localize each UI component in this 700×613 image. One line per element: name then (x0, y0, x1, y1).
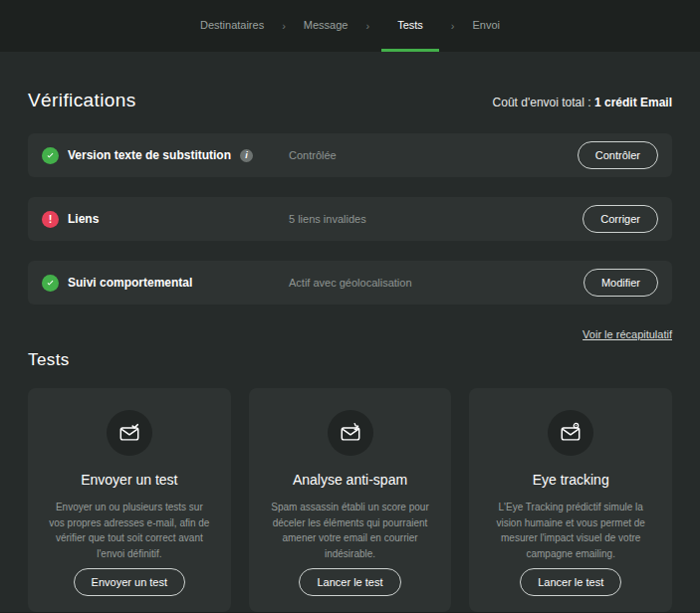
tests-title: Tests (28, 350, 672, 370)
check-circle-icon (42, 275, 59, 292)
envelope-check-icon (107, 410, 152, 456)
verification-label: Version texte de substitution (68, 148, 231, 162)
card-description: L'Eye Tracking prédictif simule la visio… (485, 500, 656, 561)
verification-status: 5 liens invalides (289, 213, 583, 225)
verification-label: Suivi comportemental (68, 276, 192, 290)
info-icon[interactable]: i (240, 149, 253, 162)
card-anti-spam: Analyse anti-spam Spam assassin établi u… (249, 388, 452, 612)
verification-status: Actif avec géolocalisation (289, 277, 583, 289)
breadcrumb-label: Tests (397, 19, 423, 31)
card-description: Spam assassin établi un score pour décel… (265, 500, 436, 561)
card-description: Envoyer un ou plusieurs tests sur vos pr… (44, 500, 215, 561)
verifications-title: Vérifications (28, 90, 136, 111)
run-eye-tracking-button[interactable]: Lancer le test (520, 568, 621, 596)
card-title: Eye tracking (533, 472, 609, 488)
breadcrumb-label: Envoi (473, 19, 501, 31)
summary-link[interactable]: Voir le récapitulatif (583, 328, 672, 340)
modifier-button[interactable]: Modifier (583, 269, 658, 297)
card-eye-tracking: Eye tracking L'Eye Tracking prédictif si… (469, 388, 672, 612)
breadcrumb-step-tests[interactable]: Tests (381, 0, 439, 52)
breadcrumb-label: Message (304, 19, 349, 31)
verification-label: Liens (68, 212, 99, 226)
breadcrumb: Destinataires › Message › Tests › Envoi (194, 0, 506, 52)
sending-cost: Coût d'envoi total : 1 crédit Email (493, 96, 672, 109)
card-title: Envoyer un test (81, 472, 177, 488)
envelope-spam-icon (328, 410, 373, 456)
card-send-test: Envoyer un test Envoyer un ou plusieurs … (28, 388, 231, 612)
chevron-right-icon: › (365, 0, 369, 52)
verification-row-substitution-text: Version texte de substitution i Contrôlé… (28, 133, 672, 177)
controler-button[interactable]: Contrôler (578, 141, 658, 169)
verification-status: Contrôlée (289, 149, 578, 161)
verification-row-behavior-tracking: Suivi comportemental Actif avec géolocal… (28, 261, 672, 305)
send-test-button[interactable]: Envoyer un test (74, 568, 185, 596)
breadcrumb-label: Destinataires (200, 19, 264, 31)
chevron-right-icon: › (282, 0, 286, 52)
breadcrumb-step-message[interactable]: Message (298, 0, 354, 52)
card-title: Analyse anti-spam (293, 472, 407, 488)
check-circle-icon (42, 147, 59, 164)
chevron-right-icon: › (451, 0, 455, 52)
error-circle-icon: ! (42, 211, 59, 228)
envelope-eye-icon (548, 410, 593, 456)
corriger-button[interactable]: Corriger (583, 205, 658, 233)
top-nav-bar: Destinataires › Message › Tests › Envoi (0, 0, 700, 52)
breadcrumb-step-destinataires[interactable]: Destinataires (194, 0, 270, 52)
verification-row-links: ! Liens 5 liens invalides Corriger (28, 197, 672, 241)
main-content: Vérifications Coût d'envoi total : 1 cré… (0, 52, 700, 612)
cost-label: Coût d'envoi total : (493, 96, 594, 109)
test-cards: Envoyer un test Envoyer un ou plusieurs … (28, 388, 672, 612)
breadcrumb-step-envoi[interactable]: Envoi (467, 0, 507, 52)
run-spam-test-button[interactable]: Lancer le test (299, 568, 400, 596)
cost-value: 1 crédit Email (594, 96, 672, 109)
